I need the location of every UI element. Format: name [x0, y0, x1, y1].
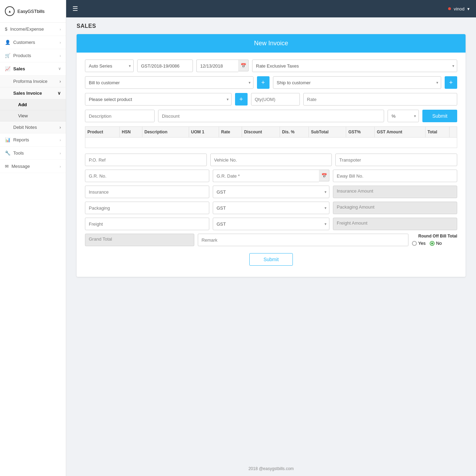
remark-input[interactable]: [198, 234, 408, 246]
sidebar-item-debit-notes[interactable]: Debit Notes ›: [0, 122, 66, 133]
packaging-input[interactable]: [85, 202, 209, 214]
topbar: ☰ vinod ▾: [66, 0, 476, 17]
product-select-wrap: Please select product: [85, 93, 232, 106]
col-rate: Rate: [219, 127, 242, 138]
form-row-2: Bill to customer + Ship to customer +: [85, 76, 457, 89]
gr-calendar-icon[interactable]: 📅: [319, 170, 329, 181]
gr-no-input[interactable]: [85, 170, 209, 182]
bill-to-add-button[interactable]: +: [257, 76, 270, 89]
col-subtotal: SubTotal: [309, 127, 346, 138]
tax-type-select-wrap: Rate Exclusive Taxes: [252, 60, 457, 72]
roundoff-yes-option[interactable]: Yes: [412, 241, 426, 246]
main-submit-wrap: Submit: [85, 246, 457, 268]
grand-total-field: Grand Total: [85, 234, 194, 246]
message-icon: ✉: [5, 164, 9, 169]
footer-text: 2018 @easygstbills.com: [248, 466, 294, 471]
sidebar: ▲ EasyGSTbills $ Income/Expense › 👤 Cust…: [0, 0, 66, 476]
bottom-row-2: 📅: [85, 170, 457, 182]
discount-input[interactable]: [158, 110, 384, 122]
gr-date-input[interactable]: [213, 170, 319, 182]
col-uom1: UOM 1: [189, 127, 219, 138]
bill-to-select[interactable]: Bill to customer: [85, 76, 253, 89]
roundoff-no-radio[interactable]: [430, 241, 435, 246]
vehicle-no-input[interactable]: [210, 154, 332, 166]
product-select[interactable]: Please select product: [85, 93, 232, 106]
page-content: SALES New Invoice Auto Series 📅: [66, 17, 476, 461]
date-wrap: 📅: [196, 60, 249, 72]
bottom-row-1: [85, 154, 457, 166]
eway-bill-input[interactable]: [333, 170, 457, 182]
form-row-3: Please select product +: [85, 93, 457, 106]
chevron-icon: ›: [60, 40, 61, 45]
sidebar-item-add[interactable]: Add: [0, 99, 66, 110]
bottom-row-freight: GST Freight Amount: [85, 218, 457, 230]
hamburger-icon[interactable]: ☰: [72, 5, 78, 13]
sidebar-item-sales-invoice[interactable]: Sales Invoice ∨: [0, 87, 66, 99]
chevron-down-icon: ∨: [58, 67, 61, 71]
roundoff-no-option[interactable]: No: [430, 241, 442, 246]
ship-to-add-button[interactable]: +: [445, 76, 457, 89]
po-ref-input[interactable]: [85, 154, 207, 166]
freight-gst-select[interactable]: GST: [213, 218, 329, 230]
roundoff-box: Round Off Bill Total Yes No: [412, 234, 457, 246]
user-chevron-icon: ▾: [467, 6, 470, 11]
sidebar-item-reports[interactable]: 📊 Reports ›: [0, 133, 66, 147]
main-area: ☰ vinod ▾ SALES New Invoice Auto Series: [66, 0, 476, 476]
discount-type-wrap: % ₹: [388, 110, 419, 122]
customer-icon: 👤: [5, 40, 10, 45]
sidebar-item-proforma-invoice[interactable]: Proforma Invoice ›: [0, 76, 66, 87]
add-product-submit-button[interactable]: Submit: [422, 110, 457, 122]
qty-uom-input[interactable]: [251, 93, 300, 106]
table-body: [85, 138, 457, 148]
chevron-icon: ›: [60, 54, 61, 58]
page-title: SALES: [77, 23, 466, 29]
invoice-table: Product HSN Description UOM 1 Rate Disco…: [85, 126, 457, 148]
insurance-amount-field: Insurance Amount: [333, 186, 457, 198]
ship-to-select[interactable]: Ship to customer: [273, 76, 442, 89]
sales-icon: 📈: [5, 66, 10, 71]
series-select-wrap: Auto Series: [85, 60, 134, 72]
discount-type-select[interactable]: % ₹: [388, 110, 419, 122]
invoice-number-input[interactable]: [137, 60, 193, 72]
freight-input[interactable]: [85, 218, 209, 230]
col-hsn: HSN: [119, 127, 142, 138]
sidebar-item-message[interactable]: ✉ Message ›: [0, 160, 66, 173]
products-icon: 🛒: [5, 53, 10, 58]
packaging-amount-field: Packaging Amount: [333, 202, 457, 214]
sidebar-item-income-expense[interactable]: $ Income/Expense ›: [0, 23, 66, 36]
bottom-row-packaging: GST Packaging Amount: [85, 202, 457, 214]
sidebar-item-sales[interactable]: 📈 Sales ∨: [0, 62, 66, 76]
chevron-icon: ›: [60, 151, 61, 155]
user-status-dot: [448, 7, 451, 10]
transporter-input[interactable]: [335, 154, 457, 166]
sidebar-item-view[interactable]: View: [0, 110, 66, 122]
chevron-icon: ›: [60, 27, 61, 31]
packaging-gst-select[interactable]: GST: [213, 202, 329, 214]
calendar-icon[interactable]: 📅: [238, 60, 249, 71]
packaging-gst-select-wrap: GST: [213, 202, 329, 214]
insurance-input[interactable]: [85, 186, 209, 198]
description-input[interactable]: [85, 110, 155, 122]
roundoff-yes-radio[interactable]: [412, 241, 417, 246]
chevron-icon: ›: [60, 164, 61, 169]
col-dis-pct: Dis. %: [280, 127, 309, 138]
dollar-icon: $: [5, 26, 7, 32]
chevron-icon: ›: [60, 138, 61, 142]
invoice-form-card: New Invoice Auto Series 📅: [77, 34, 466, 277]
insurance-gst-select[interactable]: GST: [213, 186, 329, 198]
sidebar-item-products[interactable]: 🛒 Products ›: [0, 49, 66, 62]
sidebar-item-customers[interactable]: 👤 Customers ›: [0, 36, 66, 49]
tax-type-select[interactable]: Rate Exclusive Taxes: [252, 60, 457, 72]
series-select[interactable]: Auto Series: [85, 60, 134, 72]
main-submit-button[interactable]: Submit: [249, 253, 293, 266]
chevron-down-icon: ∨: [57, 91, 61, 96]
product-add-button[interactable]: +: [235, 93, 248, 106]
bill-to-select-wrap: Bill to customer: [85, 76, 253, 89]
user-name: vinod: [454, 6, 465, 11]
date-input[interactable]: [196, 60, 238, 72]
sidebar-item-tools[interactable]: 🔧 Tools ›: [0, 147, 66, 160]
gr-date-wrap: 📅: [213, 170, 329, 182]
bottom-fields: 📅 GST Insurance Amount: [85, 154, 457, 246]
col-gst-pct: GST%: [346, 127, 375, 138]
rate-input[interactable]: [303, 93, 458, 106]
